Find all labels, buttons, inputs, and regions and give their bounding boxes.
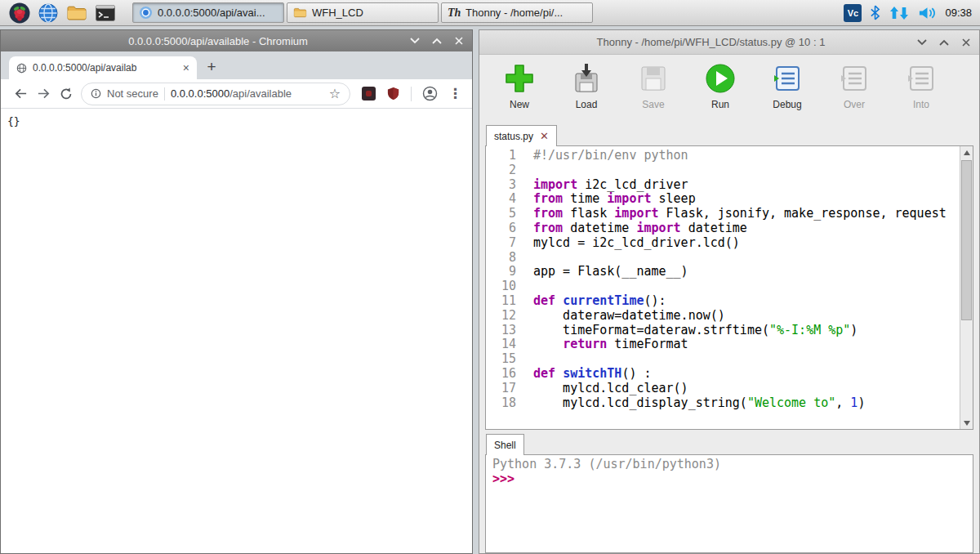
file-manager-launcher[interactable] (64, 2, 90, 25)
line-number: 8 (486, 251, 516, 266)
editor-tabbar: status.py ✕ (479, 123, 979, 145)
new-tab-button[interactable]: + (200, 56, 223, 78)
terminal-launcher[interactable] (92, 2, 118, 25)
browser-tab[interactable]: 0.0.0.0:5000/api/availab × (9, 56, 197, 79)
info-icon[interactable] (91, 88, 101, 99)
security-label: Not secure (107, 87, 158, 100)
folder-icon (66, 2, 87, 24)
browser-titlebar[interactable]: 0.0.0.0:5000/api/available - Chromium (1, 30, 472, 51)
save-button[interactable]: Save (626, 62, 680, 123)
web-browser-launcher[interactable] (35, 2, 61, 25)
code-editor[interactable]: 123456789101112131415161718 #!/usr/bin/e… (485, 145, 973, 430)
address-bar[interactable]: Not secure 0.0.0.0:5000/api/available ☆ (81, 83, 350, 105)
extension-dark-icon[interactable] (362, 87, 376, 101)
raspberry-menu-button[interactable] (7, 2, 33, 25)
task-label: 0.0.0.0:5000/api/avai... (158, 7, 278, 19)
bluetooth-icon[interactable] (870, 5, 880, 20)
line-number: 2 (486, 163, 516, 178)
load-button[interactable]: Load (559, 62, 613, 123)
volume-icon[interactable] (918, 6, 937, 20)
task-label: WFH_LCD (312, 7, 432, 19)
step-into-button[interactable]: Into (894, 62, 948, 123)
url-text[interactable]: 0.0.0.0:5000/api/available (171, 87, 292, 100)
chromium-icon (139, 6, 153, 20)
scrollbar-thumb[interactable] (961, 160, 972, 320)
terminal-icon (95, 2, 116, 24)
taskbar: 0.0.0.0:5000/api/avai... WFH_LCD Th Thon… (0, 0, 980, 26)
code-line (533, 352, 960, 367)
shell-panel[interactable]: Python 3.7.3 (/usr/bin/python3)>>> (485, 454, 973, 553)
chromium-window: 0.0.0.0:5000/api/available - Chromium 0.… (0, 29, 473, 554)
raspberry-menu-icon (9, 2, 30, 24)
line-number: 14 (486, 337, 516, 352)
tool-label: Into (913, 99, 929, 110)
menu-dots-icon[interactable]: ⋮ (448, 87, 462, 101)
run-button[interactable]: Run (693, 62, 747, 123)
toolbar-separator (411, 87, 412, 101)
editor-tab-statuspy[interactable]: status.py ✕ (486, 125, 557, 146)
tool-label: Run (711, 99, 729, 110)
browser-window-title: 0.0.0.0:5000/api/available - Chromium (42, 35, 394, 47)
editor-scrollbar[interactable] (960, 146, 973, 429)
tab-title: 0.0.0.0:5000/api/availab (33, 62, 177, 74)
line-number: 11 (486, 294, 516, 309)
line-number: 16 (486, 367, 516, 382)
globe-icon (38, 2, 59, 24)
close-icon[interactable] (453, 35, 465, 47)
clock[interactable]: 09:38 (945, 7, 972, 19)
minimize-icon[interactable] (409, 35, 421, 47)
taskbar-task-file-manager[interactable]: WFH_LCD (287, 2, 439, 23)
thonny-icon: Th (448, 7, 461, 20)
line-number: 6 (486, 221, 516, 236)
url-path: /api/available (229, 87, 292, 100)
tool-label: Save (642, 99, 664, 110)
code-line (533, 251, 960, 266)
thonny-window-title: Thonny - /home/pi/WFH_LCD/status.py @ 10… (520, 36, 902, 48)
browser-toolbar: Not secure 0.0.0.0:5000/api/available ☆ … (1, 79, 472, 109)
back-icon[interactable] (9, 83, 32, 105)
code-line: def switchTH() : (533, 367, 960, 382)
thonny-titlebar[interactable]: Thonny - /home/pi/WFH_LCD/status.py @ 10… (479, 30, 979, 55)
debug-button[interactable]: Debug (760, 62, 814, 123)
debug-icon (771, 62, 804, 95)
system-tray: Vc 09:38 (844, 4, 973, 22)
code-line: app = Flask(__name__) (533, 265, 960, 279)
vnc-tray-icon[interactable]: Vc (844, 4, 862, 22)
bookmark-star-icon[interactable]: ☆ (329, 87, 341, 101)
line-number: 3 (486, 178, 516, 193)
shell-tabbar: Shell (479, 433, 979, 454)
step-over-button[interactable]: Over (827, 62, 881, 123)
minimize-icon[interactable] (916, 37, 928, 48)
line-number: 12 (486, 309, 516, 324)
task-label: Thonny - /home/pi/... (466, 7, 586, 19)
browser-tabstrip: 0.0.0.0:5000/api/availab × + (1, 51, 472, 79)
taskbar-task-chromium[interactable]: 0.0.0.0:5000/api/avai... (132, 2, 284, 23)
tab-favicon-globe-icon (16, 63, 27, 74)
line-number: 18 (486, 396, 516, 411)
browser-page-content[interactable]: {} (1, 109, 472, 553)
taskbar-task-thonny[interactable]: Th Thonny - /home/pi/... (441, 2, 593, 23)
scrollbar-up-icon[interactable] (960, 146, 973, 159)
reload-icon[interactable] (55, 83, 78, 105)
line-number: 7 (486, 236, 516, 251)
tab-close-icon[interactable]: × (183, 62, 189, 74)
code-line: from datetime import datetime (533, 221, 960, 236)
code-line: #!/usr/bin/env python (533, 149, 960, 163)
close-icon[interactable] (960, 37, 972, 48)
code-line: import i2c_lcd_driver (533, 178, 960, 193)
profile-icon[interactable] (422, 86, 438, 101)
code-line: dateraw=datetime.now() (533, 309, 960, 324)
shell-tab[interactable]: Shell (486, 434, 524, 455)
maximize-icon[interactable] (431, 35, 443, 47)
adblock-shield-icon[interactable] (386, 87, 400, 101)
url-host: 0.0.0.0:5000 (171, 87, 229, 100)
new-button[interactable]: New (492, 62, 546, 123)
code-area[interactable]: #!/usr/bin/env python import i2c_lcd_dri… (523, 146, 960, 429)
folder-icon (293, 6, 307, 20)
scrollbar-down-icon[interactable] (960, 417, 973, 429)
network-traffic-icon[interactable] (889, 6, 910, 20)
editor-tab-close-icon[interactable]: ✕ (540, 131, 549, 141)
maximize-icon[interactable] (938, 37, 950, 48)
code-line: def currentTime(): (533, 294, 960, 309)
forward-icon[interactable] (32, 83, 55, 105)
